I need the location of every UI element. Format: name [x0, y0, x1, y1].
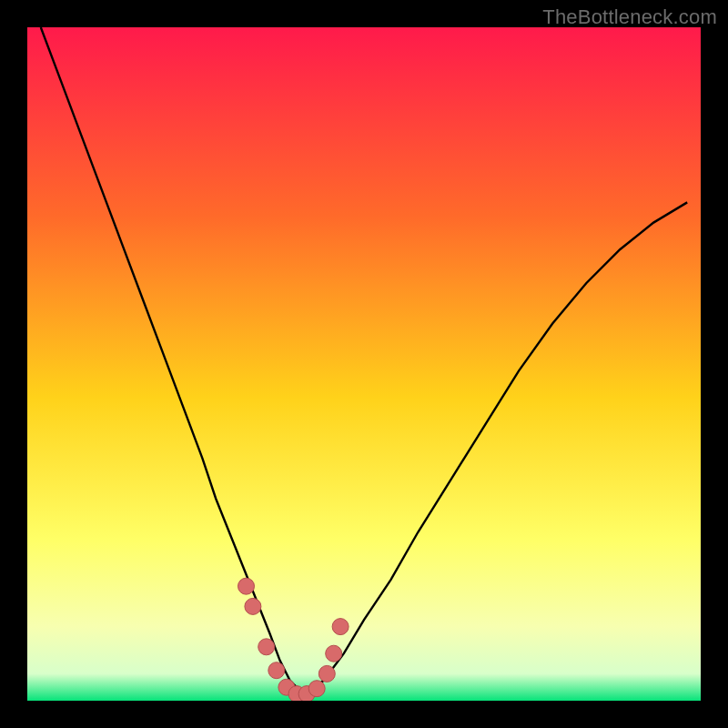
marker-point [332, 619, 349, 635]
bottleneck-curve [41, 27, 687, 691]
plot-area [27, 27, 701, 701]
curve-layer [27, 27, 701, 701]
marker-point [308, 681, 325, 697]
marker-point [238, 578, 255, 594]
watermark-text: TheBottleneck.com [542, 5, 717, 29]
marker-point [318, 665, 335, 682]
marker-point [245, 598, 261, 614]
chart-frame: TheBottleneck.com [0, 0, 728, 728]
marker-point [268, 662, 285, 679]
marker-point [258, 639, 275, 655]
marker-point [326, 645, 342, 662]
